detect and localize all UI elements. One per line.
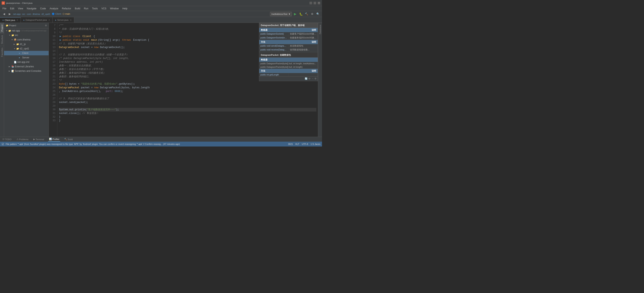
tree-scratches[interactable]: ▶ 📝 Scratches and Consoles — [4, 69, 48, 73]
tree-d2upd1[interactable]: ▼ 📁 d2_upd1 — [4, 46, 48, 51]
src-folder-icon: 📁 — [12, 34, 14, 37]
folder-icon: 📁 — [8, 30, 11, 32]
left-tab-favorites[interactable]: Favorites — [0, 46, 4, 58]
tree-arrow-icon: ▼ — [11, 39, 13, 41]
build-button[interactable]: 🔨 — [304, 12, 309, 16]
code-editor[interactable]: 7891011 1213141516 1718192021 2223242526… — [49, 23, 318, 137]
packet-method-header: 方法 说明 — [259, 69, 318, 73]
constructor-desc-2: 创建服务端的Socket对象，指... — [289, 36, 318, 40]
popup-refresh-icon[interactable]: 🔄 — [305, 77, 308, 80]
menu-navigate[interactable]: Navigate — [25, 7, 38, 10]
bottom-tab-profiler[interactable]: 📊 Profiler — [48, 137, 60, 142]
tab-server-icon: ● — [55, 19, 56, 21]
breadcrumb-main[interactable]: ⬡ main — [62, 13, 70, 15]
menu-refactor[interactable]: Refactor — [60, 7, 73, 10]
tree-external-libs[interactable]: ▶ 📚 External Libraries — [4, 64, 48, 69]
menu-build[interactable]: Build — [73, 7, 82, 10]
code-line-26 — [59, 93, 316, 97]
tree-net-app[interactable]: ▼ 📁 net-app D:\code\javasepromax\net-app — [4, 29, 48, 33]
sidebar-header: 📁 Project ⚙ — [4, 23, 48, 29]
tree-scratches-label: Scratches and Consoles — [15, 70, 41, 72]
packet-method-desc-col: 说明 — [288, 69, 316, 72]
menu-tools[interactable]: Tools — [90, 7, 100, 10]
breadcrumb-src[interactable]: src — [22, 13, 25, 15]
close-button[interactable]: ✕ — [318, 2, 320, 5]
bottom-tab-bar: ☑ TODO ⚠ Problems ▶ Terminal 📊 Profiler … — [0, 137, 322, 142]
method-sig-2: public void receive(DatagramPacket p) — [259, 48, 289, 52]
packet-constructor-row-1[interactable]: public DatagramPacket(byte[] buf, int le… — [259, 62, 318, 65]
run-config-dropdown[interactable]: InetAddressTest ▼ — [270, 12, 292, 16]
packet-constructor-sig-2: public DatagramPacket(byte[] buf, int le… — [259, 65, 318, 69]
menu-view[interactable]: View — [16, 7, 25, 10]
sidebar-settings-icon[interactable]: ⚙ — [45, 24, 47, 27]
tree-arrow-icon: ▶ — [14, 43, 16, 45]
tree-netapp-label: net-app — [12, 29, 20, 32]
code-line-33: } — [59, 119, 316, 123]
bottom-tab-problems[interactable]: ⚠ Problems — [16, 137, 29, 142]
back-button[interactable]: ◀ — [2, 12, 6, 16]
popup-lang-icon[interactable]: 中 — [308, 77, 310, 80]
bottom-tab-todo[interactable]: ☑ TODO — [2, 137, 12, 142]
maximize-button[interactable]: □ — [314, 2, 316, 5]
minimize-button[interactable]: ─ — [310, 2, 312, 5]
constructor-sig-1: public DatagramSocket() — [259, 32, 289, 36]
tab-client-java[interactable]: ● Client.java ✕ — [0, 17, 21, 23]
run-button[interactable]: ▶ — [293, 12, 298, 16]
tree-src[interactable]: ▼ 📁 src — [4, 33, 48, 38]
popup-method-row-1[interactable]: public void send(DatagramPacket dp) 发送数据… — [259, 44, 318, 48]
left-tab-structure[interactable]: Structure — [0, 33, 4, 46]
debug-button[interactable]: 🐛 — [298, 12, 303, 16]
breadcrumb-client[interactable]: 🔵 Client — [52, 13, 61, 15]
tree-client[interactable]: ● Client — [4, 51, 48, 55]
bottom-tab-terminal[interactable]: ▶ Terminal — [32, 137, 45, 142]
popup-method-row-2[interactable]: public void receive(DatagramPacket p) 使用… — [259, 48, 318, 52]
breadcrumb: net-app › src › com › itheima › d2_upd1 … — [13, 13, 269, 16]
tree-netiml-label: net-app.iml — [17, 61, 29, 64]
menu-analyze[interactable]: Analyze — [48, 7, 60, 10]
menu-vcs[interactable]: VCS — [100, 7, 108, 10]
menu-file[interactable]: File — [1, 7, 8, 10]
popup-constructor-row-2[interactable]: public DatagramSocket(int port) 创建服务端的So… — [259, 36, 318, 40]
packet-constructor-row-2[interactable]: public DatagramPacket(byte[] buf, int le… — [259, 65, 318, 69]
right-tab-database[interactable]: Database — [318, 23, 322, 36]
breadcrumb-netapp[interactable]: net-app — [13, 13, 20, 15]
breadcrumb-itheima[interactable]: itheima — [33, 13, 40, 15]
titlebar: IJ javasepromax - Client.java ─ □ ✕ — [0, 0, 322, 6]
menu-edit[interactable]: Edit — [8, 7, 16, 10]
tree-comitheima[interactable]: ▼ 📦 com.itheima — [4, 38, 48, 42]
tree-server[interactable]: ● Server — [4, 55, 48, 60]
tab-datagrampacket-java[interactable]: ● DatagramPacket.java ✕ — [21, 17, 52, 23]
popup-constructor-row-1[interactable]: public DatagramSocket() 创建客户端的Socket对象，系… — [259, 32, 318, 36]
constructor-desc-1: 创建客户端的Socket对象，系... — [289, 32, 318, 36]
tree-arrow-icon: ▼ — [9, 34, 11, 36]
tree-d1ip[interactable]: ▶ 📁 d1_ip — [4, 42, 48, 46]
terminal-label: Terminal — [36, 138, 44, 141]
terminal-icon: ▶ — [33, 138, 35, 141]
profiler-icon: 📊 — [49, 138, 52, 140]
tab-client-close[interactable]: ✕ — [16, 19, 18, 21]
menu-run[interactable]: Run — [82, 7, 90, 10]
search-button[interactable]: 🔍 — [316, 12, 320, 16]
packet-method-row-1[interactable]: public int getLength — [259, 73, 318, 77]
menu-help[interactable]: Help — [121, 7, 129, 10]
menu-window[interactable]: Window — [108, 7, 120, 10]
forward-button[interactable]: ▶ — [7, 12, 12, 16]
popup-settings-icon[interactable]: ⚙ — [314, 77, 316, 80]
breadcrumb-com[interactable]: com — [27, 13, 31, 15]
menu-code[interactable]: Code — [38, 7, 48, 10]
bottom-tab-build[interactable]: 🔨 Build — [64, 137, 74, 142]
tab-server-close[interactable]: ✕ — [70, 19, 72, 21]
problems-label: Problems — [19, 138, 28, 141]
menubar: File Edit View Navigate Code Analyze Ref… — [0, 6, 322, 11]
popup-arrow-icon[interactable]: → — [312, 77, 314, 80]
settings-button[interactable]: ⚙ — [310, 12, 315, 16]
code-line-31: socket.close(); // 释放资源！ — [59, 112, 316, 115]
left-tab-project[interactable]: Project — [0, 23, 4, 33]
status-encoding: UTF-8 — [302, 143, 308, 145]
build-icon: 🔨 — [64, 138, 67, 141]
tab-server-java[interactable]: ● Server.java ✕ — [53, 17, 74, 23]
breadcrumb-d2upd1[interactable]: d2_upd1 — [42, 13, 50, 15]
class-icon: ● — [19, 56, 22, 59]
tab-datagram-close[interactable]: ✕ — [48, 19, 50, 21]
tree-netiml[interactable]: 📄 net-app.iml — [4, 60, 48, 64]
